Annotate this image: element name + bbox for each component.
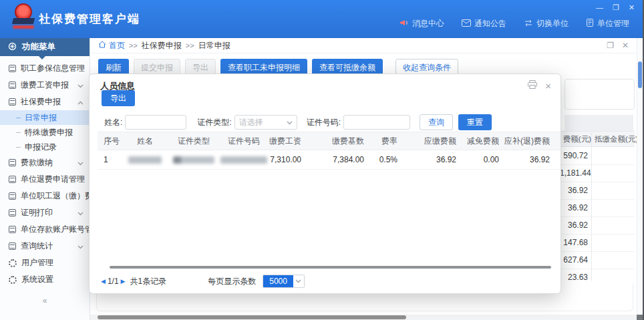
salary-cell: 7,310.00: [269, 155, 307, 164]
chevron-down-icon: [77, 81, 84, 90]
column-header: 费额(元): [560, 134, 595, 144]
column-header: 缴费基数: [307, 136, 369, 147]
table-row: 147.68: [560, 234, 635, 252]
pagination: ◀ 1/1 ▶ 共1条记录 每页显示条数 5000: [99, 273, 305, 290]
record-count: 共1条记录: [130, 276, 167, 287]
home-icon: [98, 41, 106, 50]
breadcrumb-separator: >>: [186, 41, 194, 49]
person-info-dialog: 人员信息 × 导出 姓名: 证件类型: 请选择 证件号码: 查询 重置 序号 姓…: [89, 73, 561, 294]
sidebar-item-query-statistics[interactable]: 查询统计: [0, 238, 90, 255]
cert-no-cell-redacted: [218, 156, 269, 164]
payable-cell: 36.92: [403, 155, 462, 164]
column-header: 应缴费额: [403, 136, 462, 147]
chevron-down-icon: [77, 242, 84, 251]
app-window: 社保费管理客户端 — ❐ ✕ 消息中心 通知公告 切换单位 单位管理: [0, 0, 644, 320]
sidebar-item-unit-refund[interactable]: 单位退费申请管理: [0, 171, 90, 188]
chevron-up-icon: [77, 98, 84, 107]
maximize-icon[interactable]: ❐: [613, 3, 619, 12]
breadcrumb: 首页 >> 社保费申报 >> 日常申报 ❐ ✕: [90, 38, 637, 53]
reduction-cell: 0.00: [462, 155, 504, 164]
chevron-down-icon: [77, 208, 84, 218]
form-icon: [9, 192, 16, 200]
next-page-icon[interactable]: ▶: [121, 278, 126, 285]
background-table-divider: [591, 131, 592, 281]
sidebar-item-user-management[interactable]: 用户管理: [0, 255, 90, 271]
cert-no-input[interactable]: [343, 115, 410, 130]
table-row: 36.92: [560, 182, 635, 200]
query-button[interactable]: 查询: [420, 114, 453, 130]
close-pane-icon[interactable]: ✕: [622, 41, 629, 50]
background-query-input: [565, 79, 635, 110]
sidebar-item-social-declare[interactable]: 社保费申报: [0, 94, 90, 110]
pane-controls: ❐ ✕: [607, 41, 629, 50]
sidebar-item-employee-refund[interactable]: 单位职工退（缴）费申请管理: [0, 188, 90, 204]
person-table: 序号 姓名 证件类型 证件号码 缴费工资 缴费基数 费率 应缴费额 减免费额 应…: [98, 132, 560, 170]
swap-icon: [524, 19, 533, 29]
column-header: 证件号码: [218, 136, 269, 147]
breadcrumb-item[interactable]: 日常申报: [198, 40, 230, 51]
mail-icon: [462, 19, 471, 29]
message-center-button[interactable]: 消息中心: [399, 18, 444, 29]
notice-button[interactable]: 通知公告: [462, 18, 506, 29]
close-icon[interactable]: ×: [545, 81, 551, 91]
print-icon[interactable]: [528, 79, 537, 92]
sidebar: 功能菜单 职工参保信息管理 缴费工资申报 社保费申报 日常申报 特殊缴费申报 申…: [0, 38, 90, 320]
sidebar-item-special-declare[interactable]: 特殊缴费申报: [0, 125, 90, 140]
table-row[interactable]: 1 7,310.00 7,384.00 0.5% 36.92 0.00 36.9…: [98, 150, 560, 170]
chevron-down-icon: [77, 158, 84, 168]
sidebar-item-fee-payment[interactable]: 费款缴纳: [0, 154, 90, 171]
amount-cell: 627.64: [560, 252, 591, 269]
sidebar-item-declare-records[interactable]: 申报记录: [0, 140, 90, 154]
page-indicator: 1/1: [108, 277, 119, 286]
restore-pane-icon[interactable]: ❐: [607, 41, 614, 50]
sidebar-item-daily-declare[interactable]: 日常申报: [0, 110, 90, 125]
title-bar: 社保费管理客户端 — ❐ ✕ 消息中心 通知公告 切换单位 单位管理: [0, 0, 643, 38]
chevron-down-icon: [287, 118, 293, 127]
form-icon: [9, 98, 16, 106]
page-size-select[interactable]: 5000: [263, 275, 305, 288]
chart-icon: [9, 243, 16, 250]
horizontal-scrollbar[interactable]: [90, 315, 637, 320]
cert-type-cell-redacted: [169, 156, 218, 164]
window-controls: — ❐ ✕: [596, 3, 635, 12]
page-size-label: 每页显示条数: [208, 276, 256, 287]
column-header: 费率: [369, 136, 403, 147]
vertical-scrollbar-thumb[interactable]: [638, 61, 642, 88]
dialog-controls: ×: [528, 79, 551, 92]
table-horizontal-scrollbar[interactable]: [110, 266, 551, 269]
breadcrumb-home[interactable]: 首页: [98, 40, 125, 51]
cert-type-label: 证件类型:: [197, 117, 231, 128]
select-placeholder: 请选择: [239, 117, 263, 128]
close-icon[interactable]: ✕: [629, 3, 635, 12]
column-header: 缴费工资: [269, 136, 307, 147]
vertical-scrollbar[interactable]: [637, 38, 643, 315]
unit-management-button[interactable]: 单位管理: [586, 18, 629, 29]
tax-bureau-logo: [9, 3, 37, 36]
prev-page-icon[interactable]: ◀: [101, 278, 106, 285]
function-menu-icon: [8, 42, 17, 53]
sidebar-collapse-button[interactable]: «: [0, 296, 90, 305]
reset-button[interactable]: 重置: [458, 114, 492, 130]
horizontal-scrollbar-thumb[interactable]: [98, 315, 406, 319]
sidebar-item-certificate-print[interactable]: 证明打印: [0, 204, 90, 221]
sidebar-item-system-settings[interactable]: 系统设置: [0, 271, 90, 288]
cert-no-label: 证件号码:: [307, 117, 341, 128]
seq-cell: 1: [98, 155, 121, 164]
name-input[interactable]: [125, 115, 186, 130]
switch-unit-button[interactable]: 切换单位: [524, 18, 569, 29]
dialog-search-form: 姓名: 证件类型: 请选择 证件号码: 查询 重置: [104, 114, 492, 130]
sidebar-item-salary-declare[interactable]: 缴费工资申报: [0, 77, 90, 94]
form-icon: [9, 65, 16, 72]
dialog-export-button[interactable]: 导出: [102, 90, 135, 106]
sidebar-item-bank-account[interactable]: 单位存款账户账号管理: [0, 221, 90, 238]
name-label: 姓名:: [104, 117, 122, 128]
minimize-icon[interactable]: —: [596, 3, 603, 12]
breadcrumb-item[interactable]: 社保费申报: [142, 40, 182, 51]
amount-cell: 147.68: [560, 234, 591, 251]
page-size-value: 5000: [263, 275, 293, 287]
titlebar-menu: 消息中心 通知公告 切换单位 单位管理: [399, 18, 629, 29]
amount-cell: 36.92: [560, 200, 591, 216]
supplement-cell: 36.92: [504, 155, 555, 164]
cert-type-select[interactable]: 请选择: [234, 115, 297, 130]
background-table-header: 费额(元) 抵缴金额(元): [560, 131, 635, 147]
